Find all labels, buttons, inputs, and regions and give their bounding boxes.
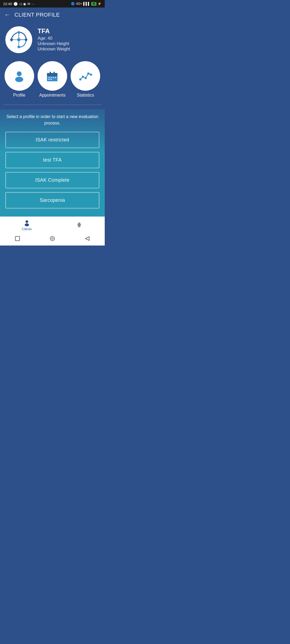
svg-rect-23 (50, 79, 52, 80)
nav-label-statistics: Statistics (77, 93, 94, 98)
svg-rect-17 (53, 72, 55, 74)
svg-point-1 (17, 31, 20, 34)
svg-rect-32 (15, 236, 20, 241)
nav-item-statistics[interactable]: Statistics (71, 61, 100, 98)
clients-nav-icon (23, 219, 31, 227)
profile-section: TFA Age: 40 Unknown Height Unknown Weigh… (0, 21, 105, 56)
bottom-navigation: Clients (0, 217, 105, 233)
svg-rect-15 (47, 73, 57, 75)
circle-icon (49, 236, 55, 241)
section-divider (3, 105, 102, 105)
nav-label-profile: Profile (13, 93, 25, 98)
triangle-back-icon (84, 236, 90, 241)
profile-info: TFA Age: 40 Unknown Height Unknown Weigh… (38, 27, 70, 52)
isak-complete-button[interactable]: ISAK Complete (5, 172, 99, 188)
avatar (5, 26, 32, 53)
signal-icon: ◉ (23, 2, 26, 6)
more-icon: ··· (32, 2, 35, 6)
svg-point-27 (87, 72, 89, 75)
back-button[interactable]: ← (4, 11, 10, 18)
bluetooth-icon: 🔵 (71, 2, 75, 6)
calendar-icon (45, 69, 60, 83)
svg-point-3 (17, 46, 20, 48)
charging-icon: ⚡ (97, 2, 102, 6)
svg-point-10 (17, 71, 22, 76)
svg-rect-19 (50, 77, 52, 78)
nav-icons-row: Profile A (0, 56, 105, 100)
status-right: 🔵 4G+ ▌▌▌ 45 ⚡ (71, 2, 102, 6)
network-icon: 4G+ (76, 2, 82, 6)
chart-icon (78, 69, 93, 83)
status-left: 22:40 🕐 ◁ ◉ ✉ ··· (3, 2, 34, 6)
svg-point-2 (25, 38, 27, 41)
sarcopenia-button[interactable]: Sarcopenia (5, 192, 99, 208)
nav-circle-button[interactable] (49, 235, 56, 242)
svg-marker-35 (85, 237, 89, 240)
svg-point-33 (50, 236, 55, 241)
svg-rect-18 (48, 77, 50, 78)
select-prompt: Select a profile in order to start a new… (5, 114, 99, 126)
client-height: Unknown Height (38, 41, 70, 46)
status-bar: 22:40 🕐 ◁ ◉ ✉ ··· 🔵 4G+ ▌▌▌ 45 ⚡ (0, 0, 105, 8)
page-title: CLIENT PROFILE (15, 12, 60, 18)
statistics-icon-circle (71, 61, 100, 91)
avatar-logo-icon (8, 29, 30, 50)
svg-rect-20 (53, 77, 54, 78)
profile-icon-circle (5, 61, 34, 91)
person-icon (12, 69, 27, 83)
svg-point-5 (17, 38, 20, 41)
system-navigation (0, 233, 105, 246)
svg-rect-21 (55, 77, 56, 78)
client-age: Age: 40 (38, 36, 70, 41)
svg-point-24 (79, 78, 81, 80)
battery-level: 45 (91, 2, 96, 6)
appointments-icon-circle (38, 61, 67, 91)
svg-point-34 (52, 238, 53, 239)
bottom-nav-clients[interactable]: Clients (22, 219, 32, 231)
svg-rect-16 (50, 72, 51, 74)
nav-back-button[interactable] (84, 235, 91, 242)
header: ← CLIENT PROFILE (0, 8, 105, 21)
client-weight: Unknown Weight (38, 47, 70, 52)
settings-nav-icon (75, 221, 83, 229)
svg-point-4 (10, 38, 13, 41)
alarm-icon: 🕐 (13, 2, 18, 6)
svg-point-30 (25, 224, 29, 226)
svg-point-11 (15, 77, 23, 82)
nav-label-appointments: Appointments (39, 93, 66, 98)
mail-icon: ✉ (27, 2, 30, 6)
nav-square-button[interactable] (14, 235, 21, 242)
svg-point-26 (85, 77, 87, 79)
client-name: TFA (38, 27, 70, 35)
signal-bars: ▌▌▌ (83, 2, 90, 6)
nav-item-profile[interactable]: Profile (5, 61, 34, 98)
test-tfa-button[interactable]: test TFA (5, 152, 99, 168)
svg-point-29 (26, 220, 28, 223)
clients-nav-label: Clients (22, 227, 32, 231)
bottom-section: Select a profile in order to start a new… (0, 109, 105, 217)
isak-restricted-button[interactable]: ISAK restricted (5, 132, 99, 148)
svg-point-28 (90, 74, 92, 76)
nav-item-appointments[interactable]: Appointments (38, 61, 67, 98)
square-icon (15, 236, 20, 241)
svg-rect-22 (48, 79, 50, 80)
time: 22:40 (3, 2, 12, 6)
location-icon: ◁ (19, 2, 22, 6)
bottom-nav-settings[interactable] (75, 221, 83, 229)
svg-point-25 (82, 76, 84, 78)
